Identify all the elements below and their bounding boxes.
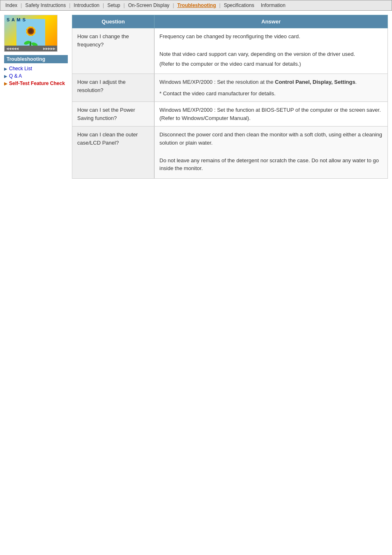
- logo-flower: [16, 19, 45, 48]
- sidebar-section-title: Troubleshooting: [4, 55, 68, 63]
- table-row: How can I clean the outer case/LCD Panel…: [72, 127, 388, 179]
- table-row: How can I adjust the resolution?Windows …: [72, 74, 388, 102]
- arrow-icon: ▶: [4, 67, 7, 71]
- question-cell: How can I change the frequency?: [72, 28, 154, 74]
- nav-setup[interactable]: Setup: [105, 2, 122, 9]
- qa-table: Question Answer How can I change the fre…: [72, 15, 388, 179]
- answer-cell: Windows ME/XP/2000 : Set the function at…: [154, 102, 388, 127]
- question-cell: How can I adjust the resolution?: [72, 74, 154, 102]
- sidebar-check-list[interactable]: ▶ Check List: [4, 65, 68, 72]
- col-question-header: Question: [72, 15, 154, 28]
- sidebar-qa[interactable]: ▶ Q & A: [4, 72, 68, 80]
- answer-cell: Windows ME/XP/2000 : Set the resolution …: [154, 74, 388, 102]
- svg-point-10: [29, 29, 33, 33]
- question-cell: How can I clean the outer case/LCD Panel…: [72, 127, 154, 179]
- main-container: S A M S: [0, 11, 392, 183]
- nav-safety[interactable]: Safety Instructions: [23, 2, 68, 9]
- question-cell: How can I set the Power Saving function?: [72, 102, 154, 127]
- table-row: How can I change the frequency?Frequency…: [72, 28, 388, 74]
- col-answer-header: Answer: [154, 15, 388, 28]
- nav-index[interactable]: Index: [3, 2, 20, 9]
- content-area: Question Answer How can I change the fre…: [72, 15, 388, 179]
- logo-bar: ◀◀◀◀◀ ▶▶▶▶▶: [5, 46, 57, 51]
- nav-osd[interactable]: On-Screen Display: [126, 2, 172, 9]
- nav-troubleshooting[interactable]: Troubleshooting: [175, 2, 219, 9]
- navigation-bar: Index | Safety Instructions | Introducti…: [0, 0, 392, 11]
- arrow-icon: ▶: [4, 74, 7, 78]
- brand-logo: S A M S: [4, 15, 58, 52]
- table-row: How can I set the Power Saving function?…: [72, 102, 388, 127]
- answer-cell: Disconnect the power cord and then clean…: [154, 127, 388, 179]
- nav-introduction[interactable]: Introduction: [71, 2, 102, 9]
- sidebar: S A M S: [4, 15, 68, 179]
- brand-name: S A M S: [7, 17, 26, 22]
- nav-specifications[interactable]: Specifications: [221, 2, 257, 9]
- answer-cell: Frequency can be changed by reconfigurin…: [154, 28, 388, 74]
- sidebar-self-test[interactable]: ▶ Self-Test Feature Check: [4, 80, 68, 87]
- arrow-icon-active: ▶: [4, 81, 7, 86]
- nav-information[interactable]: Information: [258, 2, 288, 9]
